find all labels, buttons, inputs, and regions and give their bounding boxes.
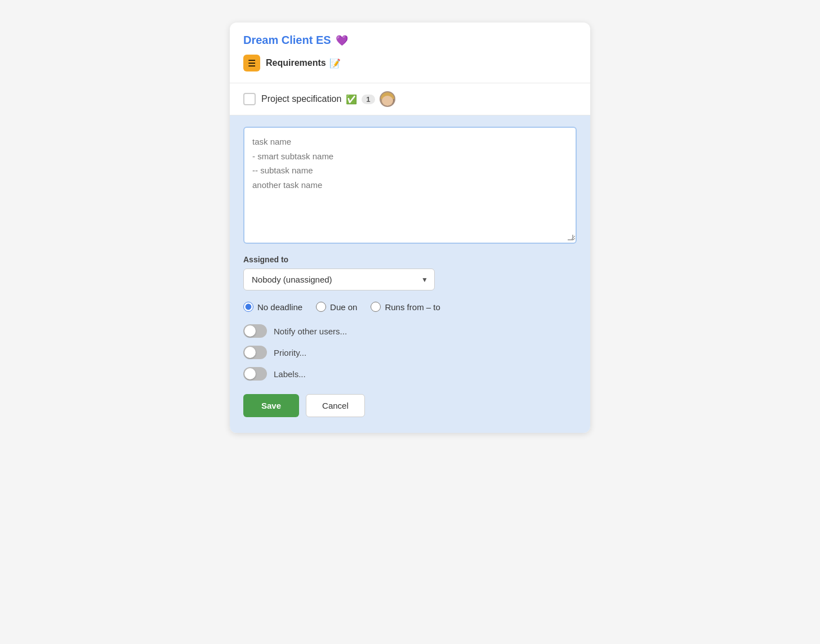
task-input-wrapper [243,127,577,244]
toggle-labels-label: Labels... [274,369,306,379]
radio-runs-from-input[interactable] [371,302,381,312]
task-row: Project specification ✅ 1 [230,83,590,115]
section-icon: ☰ [243,55,260,71]
avatar [380,91,395,107]
section-title-text: Requirements 📝 [266,58,341,69]
toggle-priority-row: Priority... [243,346,577,359]
assignee-select[interactable]: Nobody (unassigned) [243,269,435,290]
count-badge: 1 [362,95,375,104]
radio-no-deadline[interactable]: No deadline [243,302,302,312]
assignee-select-wrapper: Nobody (unassigned) ▼ [243,269,435,290]
task-checkbox[interactable] [243,93,256,105]
avatar-face [382,96,393,106]
radio-due-on[interactable]: Due on [316,302,357,312]
task-name-input[interactable] [244,128,576,240]
radio-no-deadline-label: No deadline [257,302,302,312]
button-row: Save Cancel [243,394,577,417]
radio-due-on-label: Due on [330,302,357,312]
toggle-priority-label: Priority... [274,348,306,357]
cancel-button[interactable]: Cancel [306,394,365,417]
section-emoji: 📝 [329,58,341,69]
toggle-labels-row: Labels... [243,367,577,381]
toggle-notify[interactable] [243,324,267,338]
card-header: Dream Client ES 💜 ☰ Requirements 📝 [230,23,590,83]
radio-runs-from-label: Runs from – to [385,302,440,312]
radio-runs-from[interactable]: Runs from – to [371,302,440,312]
section-icon-emoji: ☰ [248,58,256,69]
heart-icon: 💜 [336,34,348,47]
toggle-priority[interactable] [243,346,267,359]
check-badge: ✅ [346,94,357,105]
radio-due-on-input[interactable] [316,302,326,312]
form-area: Assigned to Nobody (unassigned) ▼ No dea… [230,115,590,433]
resize-handle[interactable] [567,234,573,240]
radio-no-deadline-input[interactable] [243,302,253,312]
task-name: Project specification ✅ 1 [261,91,395,107]
save-button[interactable]: Save [243,394,299,417]
assigned-label: Assigned to [243,255,577,264]
project-name-text: Dream Client ES [243,34,331,47]
toggle-notify-row: Notify other users... [243,324,577,338]
project-title: Dream Client ES 💜 [243,34,577,47]
section-row: ☰ Requirements 📝 [243,55,577,71]
main-card: Dream Client ES 💜 ☰ Requirements 📝 Proje… [230,23,590,433]
toggle-labels[interactable] [243,367,267,381]
deadline-radio-group: No deadline Due on Runs from – to [243,302,577,312]
toggle-notify-label: Notify other users... [274,327,347,336]
